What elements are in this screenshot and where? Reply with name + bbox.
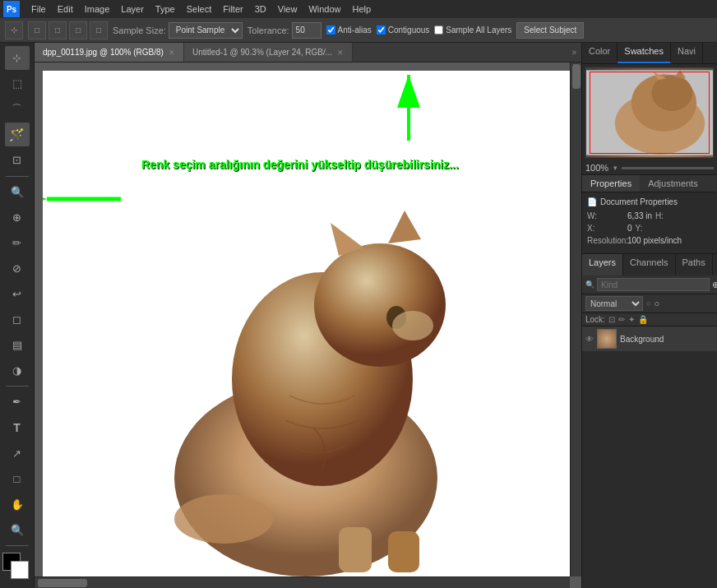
menu-help[interactable]: Help [348,2,377,16]
tolerance-input[interactable] [292,22,321,39]
menu-file[interactable]: File [26,2,51,16]
height-label: H: [655,211,692,220]
menu-select[interactable]: Select [182,2,217,16]
lock-image-icon[interactable]: ✏ [618,315,625,324]
new-selection-icon[interactable]: □ [28,21,46,39]
xy-row: X: 0 Y: [587,224,712,233]
eraser-tool[interactable]: ◻ [5,308,30,331]
filter-search-icon: 🔍 [585,280,594,289]
right-panel: Color Swatches Navi 100% ▼ [581,43,717,588]
menu-image[interactable]: Image [80,2,115,16]
svg-point-5 [174,494,273,544]
tab-dpp-close[interactable]: ✕ [169,49,175,57]
vertical-scrollbar[interactable] [570,63,581,576]
main-area: ⊹ ⬚ ⌒ 🪄 ⊡ 🔍 ⊕ ✏ ⊘ ↩ ◻ ▤ ◑ ✒ T ↗ □ ✋ 🔍 dp… [0,43,717,588]
background-color[interactable] [11,561,29,579]
layers-panel-tabs: Layers Channels Paths [582,254,717,275]
nav-preview-box [590,72,710,154]
paths-tab[interactable]: Paths [676,254,713,275]
brush-tool[interactable]: ✏ [5,231,30,255]
marquee-tool[interactable]: ⬚ [5,72,30,95]
zoom-triangle-icon[interactable]: ▼ [612,164,618,172]
contiguous-check[interactable]: Contiguous [377,25,430,35]
move-tool[interactable]: ⊹ [5,46,30,70]
crop-tool[interactable]: ⊡ [5,148,30,172]
layers-section: Layers Channels Paths 🔍 ⊕ ◉ Normal ○ ○ [582,253,717,588]
magic-wand-tool-icon[interactable]: ⊹ [5,21,23,39]
lock-all-icon[interactable]: 🔒 [638,315,648,324]
adjustments-tab[interactable]: Adjustments [640,175,706,192]
canvas-document: Renk seçim aralığının değerini yükseltip… [43,71,570,576]
tab-dpp[interactable]: dpp_00119.jpg @ 100% (RGB/8) ✕ [35,43,184,62]
tab-untitled-close[interactable]: ✕ [337,49,344,57]
lock-transparency-icon[interactable]: ⊡ [608,315,615,324]
eyedropper-tool[interactable]: 🔍 [5,180,30,204]
doc-properties-title: 📄 Document Properties [587,197,712,206]
swatches-tab[interactable]: Swatches [618,43,671,63]
opacity-circle2: ○ [654,299,659,308]
intersect-selection-icon[interactable]: □ [90,21,108,39]
svg-point-11 [392,311,433,340]
resolution-row: Resolution: 100 pixels/inch [587,236,712,245]
toolbar: ⊹ ⬚ ⌒ 🪄 ⊡ 🔍 ⊕ ✏ ⊘ ↩ ◻ ▤ ◑ ✒ T ↗ □ ✋ 🔍 [0,43,35,588]
layers-tab[interactable]: Layers [582,254,623,275]
layers-lock: Lock: ⊡ ✏ ✦ 🔒 [582,313,717,326]
menu-edit[interactable]: Edit [53,2,78,16]
navigator-tab[interactable]: Navi [671,43,703,63]
menu-window[interactable]: Window [303,2,345,16]
layer-visibility-icon[interactable]: 👁 [585,335,594,344]
toolbar-separator-1 [6,176,29,177]
channels-tab[interactable]: Channels [623,254,675,275]
properties-tab[interactable]: Properties [582,175,640,192]
zoom-tool[interactable]: 🔍 [5,518,30,542]
clone-tool[interactable]: ⊘ [5,257,30,280]
shape-tool[interactable]: □ [5,467,30,491]
properties-panel-tabs: Properties Adjustments [582,175,717,192]
svg-point-7 [314,243,446,367]
magic-wand-tool[interactable]: 🪄 [5,123,30,146]
hand-tool[interactable]: ✋ [5,493,30,516]
subtract-selection-icon[interactable]: □ [69,21,87,39]
tab-dpp-label: dpp_00119.jpg @ 100% (RGB/8) [43,48,164,57]
zoom-slider[interactable] [622,167,714,169]
layer-item[interactable]: 👁 Background [582,326,717,352]
history-brush[interactable]: ↩ [5,282,30,306]
menu-view[interactable]: View [273,2,303,16]
tab-bar: dpp_00119.jpg @ 100% (RGB/8) ✕ Untitled-… [35,43,581,63]
foreground-background-color[interactable] [2,553,32,581]
menu-bar: Ps File Edit Image Layer Type Select Fil… [0,0,717,18]
select-subject-button[interactable]: Select Subject [516,22,584,39]
zoom-bar: 100% ▼ [582,161,717,175]
lock-position-icon[interactable]: ✦ [628,315,635,324]
arrow-left-annotation [43,183,125,217]
properties-content: 📄 Document Properties W: 6,33 in H: X: 0… [582,192,717,253]
tolerance-group: Tolerance: [247,22,321,39]
add-selection-icon[interactable]: □ [49,21,67,39]
sample-size-label: Sample Size: [113,25,166,35]
gradient-tool[interactable]: ▤ [5,333,30,357]
antialias-check[interactable]: Anti-alias [326,25,372,35]
color-tab[interactable]: Color [582,43,618,63]
blend-mode-select[interactable]: Normal [585,296,643,311]
layers-filter-input[interactable] [597,278,710,291]
menu-layer[interactable]: Layer [116,2,149,16]
lasso-tool[interactable]: ⌒ [5,97,30,121]
lock-label: Lock: [585,315,605,324]
sample-all-check[interactable]: Sample All Layers [434,25,511,35]
tab-untitled[interactable]: Untitled-1 @ 90.3% (Layer 24, RGB/... ✕ [184,43,353,62]
layers-mode: Normal ○ ○ [582,294,717,313]
sample-size-select[interactable]: Point Sample [169,22,243,39]
text-tool[interactable]: T [5,415,30,439]
filter-icon2: ⊕ [712,280,717,290]
horizontal-scrollbar[interactable] [35,576,570,588]
menu-type[interactable]: Type [150,2,180,16]
pen-tool[interactable]: ✒ [5,390,30,414]
canvas-wrapper[interactable]: Renk seçim aralığının değerini yükseltip… [35,63,581,588]
menu-filter[interactable]: Filter [218,2,247,16]
menu-3d[interactable]: 3D [250,2,271,16]
heal-tool[interactable]: ⊕ [5,206,30,229]
tab-scroll-arrow[interactable]: » [567,43,581,62]
path-select-tool[interactable]: ↗ [5,442,30,465]
dodge-tool[interactable]: ◑ [5,359,30,382]
tolerance-label: Tolerance: [247,25,289,35]
